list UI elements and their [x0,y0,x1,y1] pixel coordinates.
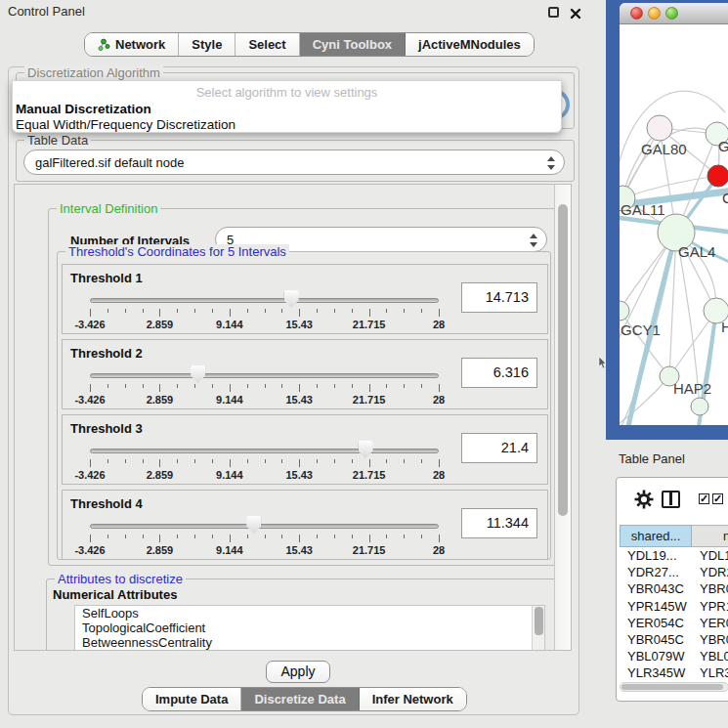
tab-infer-network[interactable]: Infer Network [360,688,466,710]
slider-tick-label: 2.859 [130,394,189,406]
slider-tick-label: -3.426 [61,469,119,481]
tab-label: Impute Data [155,692,228,707]
table-body: YDL19...YDL1YDR27...YDR2YBR043CYBR0YPR14… [620,547,728,682]
slider-tick [265,309,266,313]
network-node-bottom[interactable] [691,398,708,415]
slider-thumb[interactable] [359,441,373,458]
checkbox-icon[interactable]: ✓ [699,493,709,504]
dropdown-option-manual[interactable]: Manual Discretization [16,102,151,116]
settings-vertical-scrollbar[interactable] [554,185,571,650]
scrollbar-thumb[interactable] [535,607,543,635]
thresholds-group: Threshold's Coordinates for 5 Intervals … [57,251,551,560]
network-node-red-node[interactable] [707,165,728,187]
top-tab-strip: NetworkStyleSelectCyni ToolboxjActiveMNo… [84,32,535,57]
network-node-GCY1[interactable] [620,301,629,321]
split-panel-icon[interactable] [662,491,680,508]
table-row[interactable]: YBR045CYBR0 [620,631,728,648]
slider-tick [421,309,422,313]
tab-discretize-data[interactable]: Discretize Data [241,688,359,710]
tab-cyni-toolbox[interactable]: Cyni Toolbox [300,33,406,56]
tab-impute-data[interactable]: Impute Data [143,688,241,710]
apply-button[interactable]: Apply [266,661,330,683]
slider-tick-label: 28 [409,319,468,330]
slider-tick [194,459,195,463]
slider-tick-label: -3.426 [61,544,119,556]
close-traffic-light-icon[interactable] [630,7,643,20]
slider-thumb[interactable] [246,516,261,534]
slider-tick [404,309,405,313]
slider-tick [159,384,160,392]
scrollbar-thumb[interactable] [558,204,568,516]
zoom-traffic-light-icon[interactable] [665,7,678,20]
network-node-GAL80[interactable] [647,115,672,141]
column-header-shared-name[interactable]: shared... [620,525,692,547]
attribute-list-item[interactable]: BetweennessCentrality [75,635,544,650]
gear-icon[interactable] [634,490,654,513]
cell-shared-name: YBR043C [620,580,692,597]
dropdown-option-equal-width[interactable]: Equal Width/Frequency Discretization [16,117,236,132]
threshold-panel-1: Threshold 1-3.4262.8599.14415.4321.71528… [62,264,548,334]
tab-network[interactable]: Network [85,33,179,56]
cell-shared-name: YPR145W [620,598,692,615]
scrollbar-thumb[interactable] [621,684,723,690]
slider-tick [125,459,126,463]
tab-select[interactable]: Select [236,33,299,56]
attribute-list-item[interactable]: TopologicalCoefficient [75,621,544,635]
close-icon[interactable] [570,6,581,18]
table-row[interactable]: YLR345WYLR3 [620,664,728,681]
network-window-titlebar[interactable] [620,3,728,24]
threshold-value-field[interactable]: 21.4 [461,433,537,463]
table-row[interactable]: YER054CYER0 [620,615,728,631]
tab-style[interactable]: Style [179,33,236,56]
slider-thumb[interactable] [191,365,205,383]
table-row[interactable]: YDR27...YDR2 [620,564,728,580]
node-label-G: G. [718,138,728,154]
slider-tick [194,535,195,538]
table-horizontal-scrollbar[interactable] [620,682,728,692]
slider-tick [230,309,231,317]
slider-tick-label: 9.144 [200,394,259,406]
interval-definition-group: Interval Definition Number of Intervals … [48,208,556,566]
table-data-combobox[interactable]: galFiltered.sif default node [23,150,565,175]
cell-shared-name: YDR27... [620,564,692,580]
attributes-list-scrollbar[interactable] [532,606,544,650]
cell-shared-name: YDL19... [620,547,692,564]
threshold-value-field[interactable]: 6.316 [461,358,537,388]
table-row[interactable]: YPR145WYPR1 [620,598,728,615]
attribute-list-item[interactable]: SelfLoops [75,606,544,621]
checkbox-icon[interactable]: ✓ [712,493,723,504]
tab-jactivemnodules[interactable]: jActiveMNodules [406,33,534,56]
table-row[interactable]: YBR043CYBR0 [620,580,728,597]
cell-name: YBL0 [692,648,728,664]
network-edge[interactable] [620,376,669,425]
float-window-icon[interactable] [548,7,559,18]
column-header-name[interactable]: na [692,525,728,547]
threshold-value-field[interactable]: 11.344 [461,508,537,538]
slider-tick [439,384,440,392]
slider-tick [230,459,231,467]
network-canvas[interactable]: GAL80G.GAL11CGAL4GCY1HHAP2 [620,24,728,425]
table-row[interactable]: YBL079WYBL0 [620,648,728,664]
table-row[interactable]: YDL19...YDL1 [620,547,728,564]
slider-tick [107,535,108,538]
slider-track[interactable] [90,524,439,529]
slider-track[interactable] [90,449,439,453]
threshold-label: Threshold 2 [70,346,143,361]
table-data-value: galFiltered.sif default node [35,155,184,170]
slider-tick-label: 15.43 [270,469,328,481]
threshold-value-field[interactable]: 14.713 [461,282,537,313]
slider-track[interactable] [90,373,439,378]
slider-tick [90,309,91,317]
minimize-traffic-light-icon[interactable] [648,7,661,20]
numerical-attributes-list[interactable]: SelfLoopsTopologicalCoefficientBetweenne… [74,605,545,651]
slider-thumb[interactable] [284,290,299,308]
slider-tick [317,459,318,463]
slider-tick [404,535,405,538]
slider-tick [281,309,282,313]
slider-track[interactable] [90,298,439,303]
cell-name: YBR0 [692,580,728,597]
cell-name: YLR3 [692,664,728,681]
slider-tick [386,384,387,388]
slider-tick [369,535,370,542]
threshold-label: Threshold 4 [70,496,143,511]
